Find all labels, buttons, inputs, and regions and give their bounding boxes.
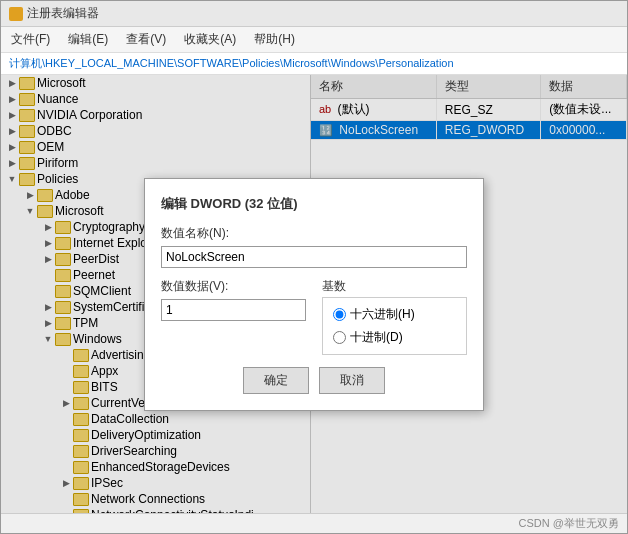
radio-dec-input[interactable] [333, 331, 346, 344]
app-icon [9, 7, 23, 21]
dialog-value-row: 数值数据(V): 基数 十六进制(H) 十进制(D) [161, 278, 467, 355]
registry-editor-window: 注册表编辑器 文件(F) 编辑(E) 查看(V) 收藏夹(A) 帮助(H) 计算… [0, 0, 628, 534]
dialog-data-label: 数值数据(V): [161, 278, 306, 295]
dialog-value-left: 数值数据(V): [161, 278, 306, 321]
dialog-name-input[interactable] [161, 246, 467, 268]
main-content: ▶ Microsoft ▶ Nuance ▶ NVIDIA Corporatio… [1, 75, 627, 513]
radio-group: 十六进制(H) 十进制(D) [322, 297, 467, 355]
window-title: 注册表编辑器 [27, 5, 99, 22]
radio-dec-label: 十进制(D) [350, 329, 403, 346]
menu-bar: 文件(F) 编辑(E) 查看(V) 收藏夹(A) 帮助(H) [1, 27, 627, 53]
dialog-value-right: 基数 十六进制(H) 十进制(D) [322, 278, 467, 355]
address-path: 计算机\HKEY_LOCAL_MACHINE\SOFTWARE\Policies… [9, 57, 454, 69]
address-bar: 计算机\HKEY_LOCAL_MACHINE\SOFTWARE\Policies… [1, 53, 627, 75]
title-bar: 注册表编辑器 [1, 1, 627, 27]
watermark: CSDN @举世无双勇 [519, 516, 619, 531]
radio-hex-input[interactable] [333, 308, 346, 321]
dialog-name-row: 数值名称(N): [161, 225, 467, 268]
cancel-button[interactable]: 取消 [319, 367, 385, 394]
menu-edit[interactable]: 编辑(E) [64, 29, 112, 50]
dialog-name-label: 数值名称(N): [161, 225, 467, 242]
dialog-title: 编辑 DWORD (32 位值) [161, 195, 467, 213]
dialog-overlay: 编辑 DWORD (32 位值) 数值名称(N): 数值数据(V): 基数 [1, 75, 627, 513]
radio-hex[interactable]: 十六进制(H) [333, 306, 456, 323]
menu-view[interactable]: 查看(V) [122, 29, 170, 50]
radio-dec[interactable]: 十进制(D) [333, 329, 456, 346]
base-label: 基数 [322, 278, 467, 295]
ok-button[interactable]: 确定 [243, 367, 309, 394]
menu-file[interactable]: 文件(F) [7, 29, 54, 50]
radio-hex-label: 十六进制(H) [350, 306, 415, 323]
menu-favorites[interactable]: 收藏夹(A) [180, 29, 240, 50]
dialog-buttons: 确定 取消 [161, 367, 467, 394]
status-bar: CSDN @举世无双勇 [1, 513, 627, 533]
dialog-data-input[interactable] [161, 299, 306, 321]
menu-help[interactable]: 帮助(H) [250, 29, 299, 50]
edit-dword-dialog: 编辑 DWORD (32 位值) 数值名称(N): 数值数据(V): 基数 [144, 178, 484, 411]
